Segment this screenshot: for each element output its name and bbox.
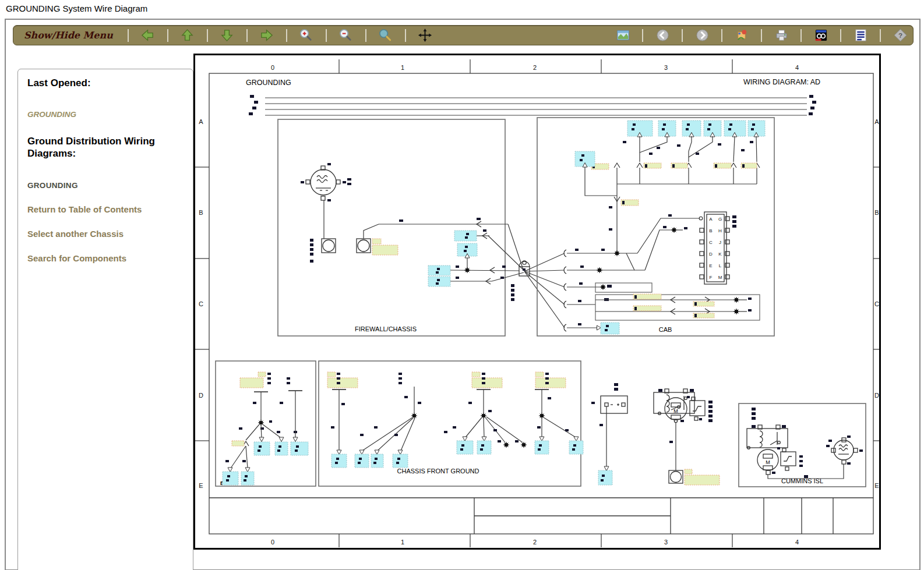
alternator-symbol[interactable] (301, 163, 351, 201)
component-highlight[interactable] (428, 231, 477, 286)
component-highlight[interactable] (575, 151, 595, 167)
connector-pin-label: D (709, 252, 713, 257)
toolbar-separator (682, 29, 683, 42)
ruler-columns-bottom: 0 1 2 3 4 (271, 539, 799, 546)
component-highlight[interactable] (627, 121, 765, 137)
ruler-row: B (199, 209, 203, 216)
scroll-right-button[interactable] (259, 28, 274, 43)
component-highlight[interactable] (598, 470, 612, 485)
link-return-to-toc[interactable]: Return to Table of Contents (27, 204, 184, 214)
list-icon (854, 28, 868, 43)
zoom-out-button[interactable] (338, 28, 354, 43)
component-label-highlight[interactable] (535, 372, 544, 377)
fit-page-button[interactable] (615, 28, 630, 43)
link-select-another-chassis[interactable]: Select another Chassis (27, 229, 184, 239)
component-label-highlight[interactable] (685, 475, 720, 485)
central-ground-stud[interactable] (511, 261, 530, 301)
micro-labels (310, 239, 313, 263)
sidebar-item-grounding[interactable]: GROUNDING (27, 181, 184, 190)
toolbar-separator (207, 29, 208, 42)
help-icon: ? (893, 28, 908, 43)
component-label-highlight[interactable] (685, 469, 692, 474)
ruler-row: B (874, 209, 879, 216)
show-hide-menu-button[interactable]: Show/Hide Menu (13, 30, 121, 41)
battery-disconnect[interactable] (591, 383, 627, 471)
ground-bus-lines (249, 95, 816, 115)
scroll-left-button[interactable] (140, 28, 156, 43)
view-options-button[interactable] (813, 28, 828, 43)
help-button[interactable]: ? (893, 28, 908, 43)
section-label-firewall: FIREWALL/CHASSIS (355, 325, 417, 332)
component-label-highlight[interactable] (472, 378, 502, 388)
application-window: GROUNDING System Wire Diagram Show/Hide … (0, 0, 924, 570)
ground-stud[interactable] (357, 239, 371, 253)
fit-page-icon (616, 28, 630, 43)
engine-alternator[interactable] (826, 436, 863, 465)
ruler-row: A (199, 118, 203, 125)
motor-label: M (766, 459, 770, 465)
markup-button[interactable] (734, 28, 749, 43)
connector-pin-label: L (719, 263, 722, 268)
connector-block[interactable]: A B C D E F G H J K L M (700, 212, 736, 284)
toolbar-separator (365, 29, 366, 42)
ruler-col: 3 (664, 64, 668, 71)
arrow-up-icon (180, 28, 195, 43)
component-label-highlight[interactable] (372, 245, 398, 255)
component-label-highlight[interactable] (472, 372, 480, 377)
section-firewall-chassis: FIREWALL/CHASSIS (278, 119, 524, 336)
svg-text:?: ? (898, 32, 902, 39)
zoom-in-button[interactable] (299, 28, 314, 43)
nav-forward-button[interactable] (694, 28, 710, 43)
wires (564, 214, 760, 331)
component-label-highlight[interactable] (232, 441, 244, 446)
ruler-col: 4 (795, 539, 799, 546)
motor-label: M (673, 408, 678, 414)
connector-pin-label: J (719, 240, 721, 245)
pan-button[interactable] (418, 28, 433, 43)
section-ground-left: B (216, 361, 316, 486)
toolbar-separator (286, 29, 287, 42)
toolbar-separator (246, 29, 248, 42)
component-highlight[interactable] (457, 441, 491, 454)
title-block (209, 498, 873, 534)
starter-motor[interactable]: M (654, 389, 713, 483)
nav-back-button[interactable] (655, 28, 670, 43)
component-highlight[interactable] (331, 454, 408, 468)
component-label-highlight[interactable] (327, 378, 358, 388)
component-label-highlight[interactable] (258, 372, 266, 377)
page-title: GROUNDING System Wire Diagram (6, 3, 147, 13)
zoom-in-icon (299, 28, 313, 43)
last-opened-item[interactable]: GROUNDING (27, 110, 184, 119)
scroll-up-button[interactable] (180, 28, 195, 43)
ruler-col: 4 (795, 64, 799, 71)
content-frame: Show/Hide Menu (5, 19, 921, 570)
ruler-row: C (874, 300, 879, 307)
navigation-sidebar: Last Opened: GROUNDING Ground Distributi… (17, 69, 193, 570)
wires (585, 136, 760, 253)
wiring-diagram: 0 1 2 3 4 0 1 2 3 4 A B (193, 54, 881, 550)
wires (324, 200, 524, 284)
ground-stud[interactable] (322, 239, 336, 253)
markup-icon (735, 28, 749, 43)
scroll-down-button[interactable] (220, 28, 235, 43)
back-icon (655, 28, 670, 43)
connector-pin-label: M (718, 275, 722, 280)
table-of-contents-button[interactable] (853, 28, 868, 43)
component-label-highlight[interactable] (535, 378, 566, 388)
dynamic-zoom-button[interactable] (378, 28, 393, 43)
section-heading: Ground Distribution Wiring Diagrams: (27, 135, 184, 160)
dynamic-zoom-icon (378, 28, 393, 43)
component-highlight[interactable] (535, 441, 583, 454)
link-search-for-components[interactable]: Search for Components (27, 253, 184, 263)
component-label-highlight[interactable] (327, 372, 336, 377)
component-highlight[interactable] (601, 323, 619, 334)
engine-starter[interactable]: M (747, 425, 803, 475)
ruler-col: 2 (533, 539, 537, 546)
print-button[interactable] (774, 28, 789, 43)
diagram-viewport[interactable]: 0 1 2 3 4 0 1 2 3 4 A B (193, 54, 881, 550)
component-highlight[interactable] (223, 442, 308, 485)
diagram-subtitle: WIRING DIAGRAM: AD (743, 78, 820, 86)
arrow-right-icon (259, 28, 274, 43)
component-label-highlight[interactable] (240, 378, 263, 388)
component-label-highlight[interactable] (372, 239, 381, 244)
